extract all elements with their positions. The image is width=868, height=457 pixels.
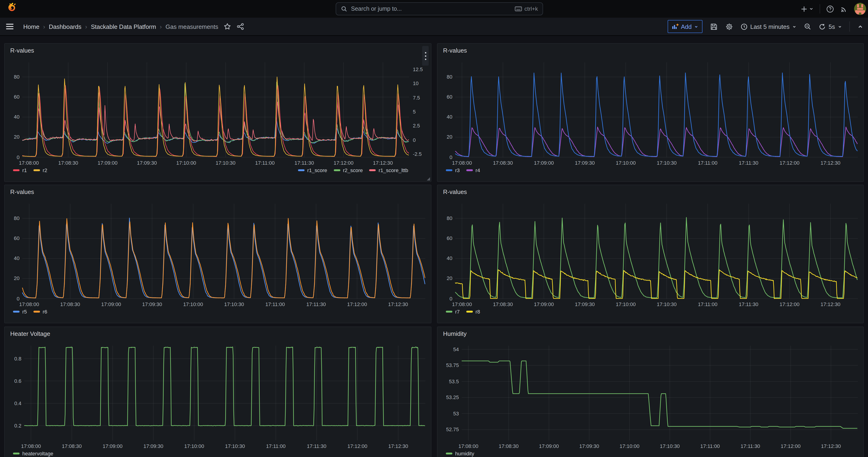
share-icon[interactable] [237,23,244,30]
series-r2[interactable] [22,77,409,156]
series-r1_score_lttb[interactable] [22,102,409,141]
panel-menu-kebab-icon[interactable] [422,46,429,66]
legend-label: r8 [475,309,480,314]
series-r6[interactable] [22,218,425,298]
legend: heatervoltage [5,451,431,456]
divider [849,21,850,32]
x-axis-label: 17:09:30 [571,160,599,165]
legend-swatch [446,169,453,171]
time-range-picker[interactable]: Last 5 minutes [740,23,797,30]
series-r4[interactable] [455,127,857,157]
legend-label: r5 [22,309,27,314]
legend-item-r2[interactable]: r2 [33,167,48,173]
add-button[interactable]: Add [668,20,702,33]
legend-swatch [13,453,20,454]
legend-item-r2_score[interactable]: r2_score [334,167,363,173]
x-axis-label: 17:12:30 [384,301,412,307]
panel-title[interactable]: R-values [10,188,34,195]
breadcrumb-item-stackable-data-platform[interactable]: Stackable Data Platform [91,23,156,30]
news-rss-icon[interactable] [840,5,848,13]
legend: r1r2r1_scorer2_scorer1_score_lttb [5,167,431,173]
panel-resize-handle[interactable] [427,177,430,180]
legend-swatch [446,453,453,454]
series-r2_score[interactable] [22,82,409,143]
help-icon[interactable] [826,5,834,13]
legend-item-heatervoltage[interactable]: heatervoltage [13,451,53,456]
save-dashboard-icon[interactable] [710,23,718,30]
new-button[interactable] [801,5,814,12]
settings-gear-icon[interactable] [725,23,733,30]
breadcrumb-item-dashboards[interactable]: Dashboards [49,23,81,30]
x-axis-label: 17:11:30 [302,301,330,307]
breadcrumb-separator: › [160,23,162,30]
legend-item-r4[interactable]: r4 [466,167,480,173]
collapse-toolbar-icon[interactable] [857,24,863,30]
chevron-down-icon [793,24,797,29]
y-axis-label: 0 [437,154,453,160]
legend-item-r8[interactable]: r8 [466,309,480,314]
legend-item-r3[interactable]: r3 [446,167,460,173]
x-axis-label: 17:10:00 [616,443,644,449]
panel-title[interactable]: R-values [443,47,467,54]
breadcrumb-separator: › [43,23,45,30]
panel-title[interactable]: R-values [10,47,34,54]
y-axis-label: 20 [437,276,453,282]
series-r8[interactable] [455,270,857,299]
chevron-down-icon [809,6,814,11]
y-axis-label: 20 [437,134,453,140]
y-axis-label: 40 [437,114,453,120]
legend-label: humidity [455,451,474,456]
series-r3[interactable] [455,73,857,156]
x-axis-label: 17:08:00 [448,160,476,165]
x-axis-label: 17:10:00 [612,301,640,307]
legend-item-r1[interactable]: r1 [13,167,27,173]
x-axis-label: 17:08:30 [58,443,86,449]
series-r1[interactable] [22,85,409,156]
toolbar-right: Add Last 5 minutes [668,20,863,33]
legend-item-r1_score[interactable]: r1_score [298,167,327,173]
y-axis-label: 53.75 [441,362,459,368]
favorite-star-icon[interactable] [224,23,231,30]
x-axis-label: 17:12:30 [817,443,845,449]
refresh-icon [819,23,826,30]
search-input[interactable]: Search or jump to... ctrl+k [336,2,543,16]
menu-toggle-button[interactable] [6,23,14,30]
zoom-out-icon[interactable] [804,23,811,30]
panel-title[interactable]: Heater Voltage [10,330,50,337]
legend-item-r1_score_lttb[interactable]: r1_score_lttb [369,167,408,173]
x-axis-label: 17:08:00 [15,160,43,165]
series-r7[interactable] [455,217,857,298]
legend-group-left: r5r6 [13,309,47,314]
series-humidity[interactable] [462,361,857,428]
grafana-logo-icon[interactable] [6,2,20,16]
topbar-actions [801,0,866,18]
x-axis-label: 17:11:30 [735,301,763,307]
legend-group-left: r3r4 [446,167,480,173]
x-axis-label: 17:12:30 [817,301,844,307]
panel-heater-voltage: Heater Voltage 0.20.40.60.817:08:0017:08… [4,327,431,457]
refresh-picker[interactable]: 5s [819,23,842,30]
series-r5[interactable] [22,218,425,298]
x-axis-label: 17:10:00 [612,160,640,165]
chart-area: 02040608017:08:0017:08:3017:09:0017:09:3… [5,185,431,323]
breadcrumb-item-home[interactable]: Home [23,23,39,30]
avatar[interactable] [854,3,866,15]
x-axis-label: 17:12:00 [777,443,805,449]
x-axis-label: 17:09:30 [140,443,167,449]
x-axis-label: 17:09:30 [575,443,603,449]
legend-swatch [466,311,473,312]
x-axis-label: 17:10:30 [221,443,249,449]
legend-item-r6[interactable]: r6 [33,309,48,314]
legend-item-r5[interactable]: r5 [13,309,27,314]
x-axis-label: 17:08:00 [17,443,45,449]
chart-svg [437,327,864,457]
x-axis-label: 17:11:00 [251,160,279,165]
legend-item-r7[interactable]: r7 [446,309,460,314]
y-axis-right-label: -2.5 [413,151,431,157]
panel-title[interactable]: R-values [443,188,467,195]
legend-item-humidity[interactable]: humidity [446,451,474,456]
y-axis-label: 0.4 [4,400,21,406]
panel-title[interactable]: Humidity [443,330,467,337]
legend-swatch [13,311,20,312]
legend-group-left: r1r2 [13,167,47,173]
